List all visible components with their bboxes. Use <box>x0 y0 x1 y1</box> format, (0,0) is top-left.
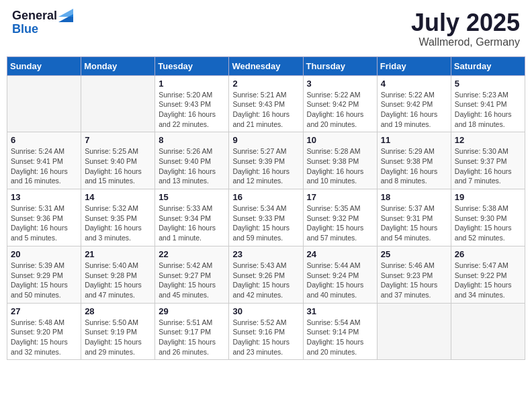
day-detail: Sunrise: 5:23 AM Sunset: 9:41 PM Dayligh… <box>455 90 521 130</box>
weekday-header-wednesday: Wednesday <box>229 56 303 75</box>
day-detail: Sunrise: 5:39 AM Sunset: 9:29 PM Dayligh… <box>11 261 77 300</box>
weekday-header-friday: Friday <box>377 56 451 75</box>
calendar-cell: 9Sunrise: 5:27 AM Sunset: 9:39 PM Daylig… <box>229 132 303 189</box>
day-number: 25 <box>381 249 447 259</box>
day-number: 22 <box>159 249 225 259</box>
day-number: 8 <box>159 135 225 145</box>
day-detail: Sunrise: 5:29 AM Sunset: 9:38 PM Dayligh… <box>381 146 447 186</box>
day-detail: Sunrise: 5:30 AM Sunset: 9:37 PM Dayligh… <box>455 146 521 186</box>
calendar-cell: 3Sunrise: 5:22 AM Sunset: 9:42 PM Daylig… <box>303 75 377 132</box>
calendar-week-row: 13Sunrise: 5:31 AM Sunset: 9:36 PM Dayli… <box>7 189 525 246</box>
svg-marker-1 <box>58 9 73 17</box>
day-detail: Sunrise: 5:50 AM Sunset: 9:19 PM Dayligh… <box>85 318 151 357</box>
calendar-week-row: 27Sunrise: 5:48 AM Sunset: 9:20 PM Dayli… <box>7 303 525 360</box>
calendar-cell: 1Sunrise: 5:20 AM Sunset: 9:43 PM Daylig… <box>155 75 229 132</box>
day-number: 26 <box>455 249 521 259</box>
day-detail: Sunrise: 5:28 AM Sunset: 9:38 PM Dayligh… <box>307 146 373 186</box>
calendar-cell: 21Sunrise: 5:40 AM Sunset: 9:28 PM Dayli… <box>81 246 155 303</box>
day-detail: Sunrise: 5:27 AM Sunset: 9:39 PM Dayligh… <box>232 146 299 186</box>
calendar-cell: 24Sunrise: 5:44 AM Sunset: 9:24 PM Dayli… <box>303 246 377 303</box>
month-title: July 2025 <box>411 9 520 36</box>
day-detail: Sunrise: 5:47 AM Sunset: 9:22 PM Dayligh… <box>455 261 521 300</box>
calendar-cell: 26Sunrise: 5:47 AM Sunset: 9:22 PM Dayli… <box>451 246 525 303</box>
calendar-cell: 7Sunrise: 5:25 AM Sunset: 9:40 PM Daylig… <box>81 132 155 189</box>
day-number: 12 <box>455 135 521 145</box>
calendar-cell: 4Sunrise: 5:22 AM Sunset: 9:42 PM Daylig… <box>377 75 451 132</box>
calendar-cell: 13Sunrise: 5:31 AM Sunset: 9:36 PM Dayli… <box>7 189 81 246</box>
weekday-header-sunday: Sunday <box>7 56 81 75</box>
day-detail: Sunrise: 5:24 AM Sunset: 9:41 PM Dayligh… <box>11 146 77 186</box>
day-detail: Sunrise: 5:37 AM Sunset: 9:31 PM Dayligh… <box>381 203 447 243</box>
day-detail: Sunrise: 5:32 AM Sunset: 9:35 PM Dayligh… <box>85 203 151 243</box>
day-detail: Sunrise: 5:22 AM Sunset: 9:42 PM Dayligh… <box>381 90 447 130</box>
calendar-week-row: 20Sunrise: 5:39 AM Sunset: 9:29 PM Dayli… <box>7 246 525 303</box>
day-number: 24 <box>307 249 373 259</box>
weekday-header-tuesday: Tuesday <box>155 56 229 75</box>
day-number: 20 <box>11 249 77 259</box>
day-number: 23 <box>232 249 299 259</box>
day-detail: Sunrise: 5:51 AM Sunset: 9:17 PM Dayligh… <box>159 318 225 357</box>
calendar-cell: 31Sunrise: 5:54 AM Sunset: 9:14 PM Dayli… <box>303 303 377 360</box>
day-detail: Sunrise: 5:42 AM Sunset: 9:27 PM Dayligh… <box>159 261 225 300</box>
calendar-cell: 29Sunrise: 5:51 AM Sunset: 9:17 PM Dayli… <box>155 303 229 360</box>
page-header: General Blue July 2025 Wallmerod, German… <box>7 7 525 51</box>
calendar-cell: 12Sunrise: 5:30 AM Sunset: 9:37 PM Dayli… <box>451 132 525 189</box>
day-number: 18 <box>381 192 447 202</box>
day-number: 27 <box>11 306 77 316</box>
logo-icon <box>58 7 73 22</box>
day-detail: Sunrise: 5:43 AM Sunset: 9:26 PM Dayligh… <box>232 261 299 300</box>
calendar-cell: 11Sunrise: 5:29 AM Sunset: 9:38 PM Dayli… <box>377 132 451 189</box>
day-number: 9 <box>232 135 299 145</box>
calendar-cell: 18Sunrise: 5:37 AM Sunset: 9:31 PM Dayli… <box>377 189 451 246</box>
calendar-cell: 8Sunrise: 5:26 AM Sunset: 9:40 PM Daylig… <box>155 132 229 189</box>
day-detail: Sunrise: 5:33 AM Sunset: 9:34 PM Dayligh… <box>159 203 225 243</box>
calendar-cell: 2Sunrise: 5:21 AM Sunset: 9:43 PM Daylig… <box>229 75 303 132</box>
calendar-cell: 20Sunrise: 5:39 AM Sunset: 9:29 PM Dayli… <box>7 246 81 303</box>
day-number: 11 <box>381 135 447 145</box>
calendar-cell: 30Sunrise: 5:52 AM Sunset: 9:16 PM Dayli… <box>229 303 303 360</box>
day-number: 21 <box>85 249 151 259</box>
day-detail: Sunrise: 5:40 AM Sunset: 9:28 PM Dayligh… <box>85 261 151 300</box>
day-detail: Sunrise: 5:35 AM Sunset: 9:32 PM Dayligh… <box>307 203 373 243</box>
day-detail: Sunrise: 5:25 AM Sunset: 9:40 PM Dayligh… <box>85 146 151 186</box>
location-title: Wallmerod, Germany <box>411 36 520 48</box>
calendar-cell: 25Sunrise: 5:46 AM Sunset: 9:23 PM Dayli… <box>377 246 451 303</box>
calendar-cell: 23Sunrise: 5:43 AM Sunset: 9:26 PM Dayli… <box>229 246 303 303</box>
day-number: 29 <box>159 306 225 316</box>
calendar-cell: 15Sunrise: 5:33 AM Sunset: 9:34 PM Dayli… <box>155 189 229 246</box>
day-number: 1 <box>159 79 225 89</box>
calendar-cell: 19Sunrise: 5:38 AM Sunset: 9:30 PM Dayli… <box>451 189 525 246</box>
weekday-header-saturday: Saturday <box>451 56 525 75</box>
day-number: 17 <box>307 192 373 202</box>
day-number: 19 <box>455 192 521 202</box>
day-number: 7 <box>85 135 151 145</box>
calendar-cell: 14Sunrise: 5:32 AM Sunset: 9:35 PM Dayli… <box>81 189 155 246</box>
calendar-cell <box>377 303 451 360</box>
day-number: 28 <box>85 306 151 316</box>
calendar-cell: 10Sunrise: 5:28 AM Sunset: 9:38 PM Dayli… <box>303 132 377 189</box>
day-number: 31 <box>307 306 373 316</box>
calendar-cell: 6Sunrise: 5:24 AM Sunset: 9:41 PM Daylig… <box>7 132 81 189</box>
day-number: 3 <box>307 79 373 89</box>
weekday-header-thursday: Thursday <box>303 56 377 75</box>
calendar-cell <box>451 303 525 360</box>
day-detail: Sunrise: 5:21 AM Sunset: 9:43 PM Dayligh… <box>232 90 299 130</box>
calendar-week-row: 1Sunrise: 5:20 AM Sunset: 9:43 PM Daylig… <box>7 75 525 132</box>
calendar-week-row: 6Sunrise: 5:24 AM Sunset: 9:41 PM Daylig… <box>7 132 525 189</box>
day-detail: Sunrise: 5:46 AM Sunset: 9:23 PM Dayligh… <box>381 261 447 300</box>
day-number: 16 <box>232 192 299 202</box>
calendar-cell: 28Sunrise: 5:50 AM Sunset: 9:19 PM Dayli… <box>81 303 155 360</box>
day-detail: Sunrise: 5:34 AM Sunset: 9:33 PM Dayligh… <box>232 203 299 243</box>
logo-general-text: General <box>12 9 57 23</box>
calendar-cell: 22Sunrise: 5:42 AM Sunset: 9:27 PM Dayli… <box>155 246 229 303</box>
day-number: 10 <box>307 135 373 145</box>
day-number: 2 <box>232 79 299 89</box>
logo-blue-text: Blue <box>12 23 73 36</box>
day-number: 15 <box>159 192 225 202</box>
day-detail: Sunrise: 5:38 AM Sunset: 9:30 PM Dayligh… <box>455 203 521 243</box>
day-number: 14 <box>85 192 151 202</box>
day-detail: Sunrise: 5:54 AM Sunset: 9:14 PM Dayligh… <box>307 318 373 357</box>
logo: General Blue <box>12 9 73 36</box>
calendar-table: SundayMondayTuesdayWednesdayThursdayFrid… <box>7 56 525 361</box>
day-detail: Sunrise: 5:31 AM Sunset: 9:36 PM Dayligh… <box>11 203 77 243</box>
